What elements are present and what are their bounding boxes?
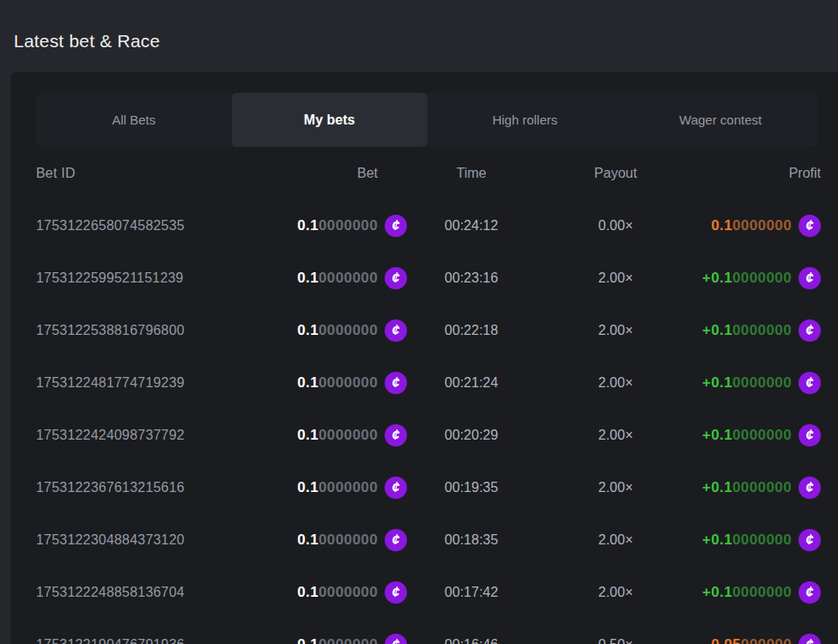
bet-id-cell: 1753122367613215616 (36, 480, 294, 495)
payout-value: 0.00× (598, 218, 633, 233)
profit-cell: +0.10000000 ¢ (695, 581, 821, 604)
bet-id-cell: 1753122538816796800 (36, 323, 294, 338)
time-cell: 00:20:29 (407, 428, 536, 443)
time-value: 00:21:24 (445, 375, 498, 390)
payout-cell: 2.00× (536, 270, 695, 286)
profit-value: +0.10000000 (702, 584, 792, 601)
time-value: 00:23:16 (445, 270, 498, 285)
bet-amount-value: 0.10000000 (297, 217, 378, 234)
profit-value: +0.10000000 (702, 479, 792, 496)
header-bet-id: Bet ID (36, 166, 294, 181)
header-payout: Payout (536, 166, 695, 181)
time-value: 00:19:35 (445, 480, 498, 495)
coin-icon: ¢ (385, 581, 407, 604)
time-cell: 00:19:35 (407, 480, 536, 495)
payout-cell: 2.00× (536, 532, 695, 548)
coin-icon: ¢ (799, 634, 821, 644)
tab-label: My bets (304, 112, 355, 128)
payout-value: 2.00× (598, 323, 633, 337)
table-row[interactable]: 1753122367613215616 0.10000000 ¢ 00:19:3… (36, 461, 821, 513)
bet-amount-cell: 0.10000000 ¢ (294, 477, 407, 499)
bet-amount-value: 0.10000000 (297, 584, 378, 601)
payout-value: 2.00× (598, 428, 633, 442)
payout-value: 0.50× (598, 637, 633, 644)
bet-id-cell: 1753122248858136704 (36, 585, 294, 600)
coin-icon: ¢ (385, 267, 407, 289)
bets-table: Bet ID Bet Time Payout Profit 1753122658… (36, 147, 821, 644)
bet-id-cell: 1753122190476791936 (36, 637, 294, 644)
bet-amount-value: 0.10000000 (297, 270, 378, 287)
time-cell: 00:23:16 (407, 270, 536, 286)
bet-amount-value: 0.10000000 (297, 374, 378, 392)
bet-id-value: 1753122599521151239 (36, 270, 184, 285)
coin-icon: ¢ (799, 424, 821, 447)
coin-icon: ¢ (799, 581, 821, 604)
coin-icon: ¢ (385, 634, 407, 644)
page-title: Latest bet & Race (14, 31, 160, 52)
profit-value: 0.05000000 (711, 636, 792, 644)
profit-value: +0.10000000 (702, 270, 792, 287)
payout-cell: 0.50× (536, 637, 695, 644)
table-row[interactable]: 1753122424098737792 0.10000000 ¢ 00:20:2… (36, 409, 821, 461)
bet-id-cell: 1753122424098737792 (36, 428, 294, 443)
tab-label: Wager contest (679, 112, 762, 127)
profit-value: +0.10000000 (702, 322, 792, 339)
bet-amount-cell: 0.10000000 ¢ (294, 267, 407, 289)
bet-id-value: 1753122424098737792 (36, 428, 185, 442)
bet-id-cell: 1753122304884373120 (36, 532, 294, 548)
coin-icon: ¢ (385, 529, 407, 551)
payout-cell: 2.00× (536, 428, 695, 443)
payout-value: 2.00× (598, 270, 633, 285)
payout-cell: 2.00× (536, 375, 695, 391)
tab-high-rollers[interactable]: High rollers (428, 93, 623, 147)
time-cell: 00:21:24 (407, 375, 536, 391)
time-cell: 00:16:46 (407, 637, 536, 644)
tab-label: High rollers (492, 112, 557, 127)
tab-wager-contest[interactable]: Wager contest (622, 93, 818, 147)
profit-cell: +0.10000000 ¢ (695, 267, 821, 289)
table-row[interactable]: 1753122481774719239 0.10000000 ¢ 00:21:2… (36, 356, 821, 409)
coin-icon: ¢ (799, 529, 821, 551)
coin-icon: ¢ (385, 372, 407, 394)
header-profit: Profit (695, 166, 821, 181)
table-row[interactable]: 1753122658074582535 0.10000000 ¢ 00:24:1… (36, 199, 821, 252)
bet-amount-cell: 0.10000000 ¢ (294, 215, 407, 237)
table-body: 1753122658074582535 0.10000000 ¢ 00:24:1… (36, 199, 821, 644)
profit-cell: 0.05000000 ¢ (695, 634, 821, 644)
header-time: Time (407, 166, 536, 181)
bet-id-cell: 1753122658074582535 (36, 218, 294, 234)
table-row[interactable]: 1753122304884373120 0.10000000 ¢ 00:18:3… (36, 513, 821, 566)
bet-amount-cell: 0.10000000 ¢ (294, 372, 407, 394)
time-cell: 00:22:18 (407, 323, 536, 338)
bet-id-value: 1753122248858136704 (36, 585, 185, 599)
bet-amount-value: 0.10000000 (297, 427, 378, 444)
time-cell: 00:24:12 (407, 218, 536, 234)
bet-amount-value: 0.10000000 (297, 532, 378, 549)
bet-amount-cell: 0.10000000 ¢ (294, 529, 407, 551)
time-cell: 00:17:42 (407, 585, 536, 600)
coin-icon: ¢ (799, 267, 821, 289)
table-row[interactable]: 1753122538816796800 0.10000000 ¢ 00:22:1… (36, 304, 821, 356)
bet-amount-value: 0.10000000 (297, 322, 378, 339)
table-row[interactable]: 1753122248858136704 0.10000000 ¢ 00:17:4… (36, 566, 821, 618)
payout-value: 2.00× (598, 375, 633, 390)
table-header-row: Bet ID Bet Time Payout Profit (36, 147, 821, 199)
table-row[interactable]: 1753122190476791936 0.10000000 ¢ 00:16:4… (36, 618, 821, 644)
payout-cell: 0.00× (536, 218, 695, 234)
bet-amount-cell: 0.10000000 ¢ (294, 424, 407, 447)
profit-cell: +0.10000000 ¢ (695, 372, 821, 394)
coin-icon: ¢ (385, 424, 407, 447)
tab-label: All Bets (112, 112, 155, 127)
profit-cell: 0.10000000 ¢ (695, 215, 821, 237)
header-bet: Bet (294, 166, 407, 181)
bet-id-value: 1753122367613215616 (36, 480, 185, 495)
table-row[interactable]: 1753122599521151239 0.10000000 ¢ 00:23:1… (36, 252, 821, 304)
tab-all-bets[interactable]: All Bets (36, 93, 232, 147)
payout-cell: 2.00× (536, 585, 695, 600)
tab-my-bets[interactable]: My bets (232, 93, 428, 147)
latest-bets-panel: All Bets My bets High rollers Wager cont… (10, 72, 838, 644)
time-cell: 00:18:35 (407, 532, 536, 548)
profit-value: +0.10000000 (702, 427, 792, 444)
time-value: 00:22:18 (445, 323, 498, 337)
time-value: 00:24:12 (445, 218, 498, 233)
